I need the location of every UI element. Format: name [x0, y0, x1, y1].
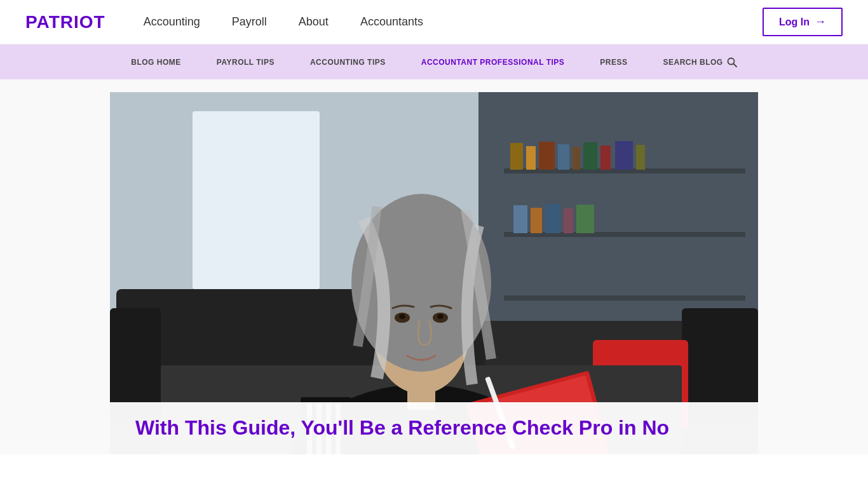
svg-rect-22 [193, 111, 320, 289]
nav-about[interactable]: About [299, 15, 329, 29]
secondary-nav-accounting-tips[interactable]: ACCOUNTING TIPS [292, 44, 403, 79]
site-logo[interactable]: PATRIOT [25, 12, 105, 32]
login-label: Log In [779, 17, 810, 28]
svg-rect-5 [510, 143, 523, 170]
secondary-navigation: BLOG HOME PAYROLL TIPS ACCOUNTING TIPS A… [0, 44, 868, 79]
article-title: With This Guide, You'll Be a Reference C… [135, 415, 733, 442]
hero-image [110, 92, 758, 454]
svg-rect-6 [526, 146, 536, 170]
search-blog-label: SEARCH BLOG [663, 58, 723, 67]
svg-rect-13 [636, 145, 645, 170]
svg-rect-15 [513, 205, 527, 233]
main-nav-links: Accounting Payroll About Accountants [144, 15, 763, 29]
svg-rect-11 [600, 146, 611, 170]
article-title-overlay: With This Guide, You'll Be a Reference C… [110, 402, 758, 454]
login-arrow-icon: → [815, 15, 826, 29]
svg-rect-12 [615, 141, 633, 170]
nav-accountants[interactable]: Accountants [360, 15, 423, 29]
search-icon [727, 57, 737, 67]
nav-accounting[interactable]: Accounting [144, 15, 200, 29]
svg-rect-18 [564, 208, 573, 233]
svg-rect-17 [545, 204, 560, 233]
svg-rect-10 [583, 142, 597, 170]
hero-image-container: With This Guide, You'll Be a Reference C… [110, 92, 758, 454]
svg-point-44 [437, 314, 444, 319]
secondary-nav-press[interactable]: PRESS [582, 44, 645, 79]
secondary-nav-payroll-tips[interactable]: PAYROLL TIPS [199, 44, 292, 79]
svg-rect-9 [573, 147, 580, 170]
svg-rect-8 [558, 144, 569, 170]
svg-rect-19 [576, 205, 594, 233]
svg-rect-16 [531, 208, 542, 233]
secondary-nav-blog-home[interactable]: BLOG HOME [113, 44, 199, 79]
svg-point-43 [399, 314, 405, 319]
nav-payroll[interactable]: Payroll [232, 15, 267, 29]
svg-rect-7 [539, 142, 555, 170]
top-navigation: PATRIOT Accounting Payroll About Account… [0, 0, 868, 44]
login-button[interactable]: Log In → [763, 8, 843, 36]
hero-section: With This Guide, You'll Be a Reference C… [0, 79, 868, 454]
secondary-nav-accountant-tips[interactable]: ACCOUNTANT PROFESSIONAL TIPS [403, 44, 583, 79]
secondary-nav-search-blog[interactable]: SEARCH BLOG [646, 44, 755, 79]
svg-line-1 [733, 64, 736, 67]
svg-rect-20 [504, 295, 745, 301]
